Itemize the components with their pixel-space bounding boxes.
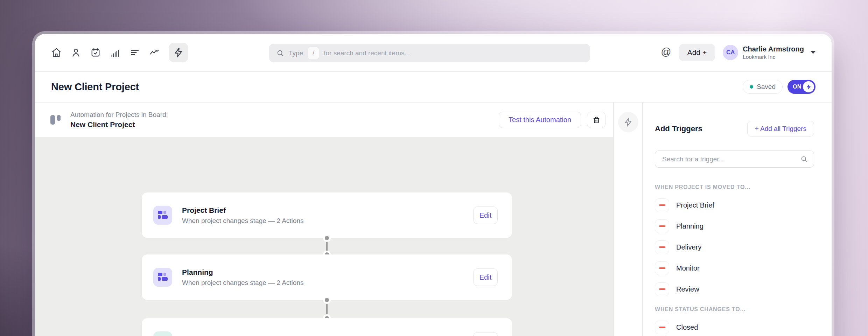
saved-badge: Saved [743,80,783,94]
remove-trigger-button[interactable] [655,321,669,334]
card-connector [325,236,329,257]
list-item: Project Brief [655,195,814,216]
user-menu[interactable]: CA Charlie Armstrong Lookmark Inc [723,45,816,60]
remove-trigger-button[interactable] [655,198,669,212]
bolt-icon[interactable] [169,43,188,62]
list-item: Closed [655,317,814,336]
card-subtitle: When project changes stage — 2 Actions [182,279,303,287]
user-name: Charlie Armstrong [743,45,804,54]
align-lines-icon[interactable] [130,47,140,58]
add-all-triggers-button[interactable]: + Add all Triggers [747,121,814,136]
card-connector [325,298,329,320]
trend-icon[interactable] [149,47,160,58]
automation-actions: Test this Automation [499,112,606,128]
title-row: New Client Project Saved ON [35,72,832,103]
edit-button[interactable]: Edit [473,206,498,224]
toggle-on-label: ON [793,84,802,90]
automation-header: Automation for Projects in Board: New Cl… [35,103,613,137]
list-item: Review [655,279,814,300]
test-automation-button[interactable]: Test this Automation [499,112,581,128]
minus-icon [659,204,665,206]
home-icon[interactable] [51,47,62,58]
triggers-sidebar: Add Triggers + Add all Triggers WHEN PRO… [643,103,832,336]
minus-icon [659,246,665,248]
automation-context-label: Automation for Projects in Board: [70,111,168,119]
trigger-list: Project Brief Planning Delivery Monitor … [655,195,814,300]
minus-icon [659,327,665,328]
check-icon [153,331,172,336]
card-texts: Planning When project changes stage — 2 … [182,268,303,287]
card-subtitle: When project changes stage — 2 Actions [182,217,303,225]
trigger-list: Closed [655,317,814,336]
search-icon [800,155,808,163]
trigger-search-input[interactable] [655,150,814,168]
global-search-input[interactable]: Type / for search and recent items... [269,44,590,62]
slash-key-badge: / [308,47,319,60]
trigger-search [655,150,814,168]
automation-bolt-button[interactable] [618,112,638,132]
trigger-label: Review [676,285,699,293]
automation-board-name: New Client Project [70,120,168,129]
main-area: Automation for Projects in Board: New Cl… [35,103,832,336]
user-icon[interactable] [71,47,81,58]
sidebar-title: Add Triggers [655,124,702,133]
list-item: Planning [655,216,814,237]
remove-trigger-button[interactable] [655,282,669,296]
saved-dot-icon [750,85,753,89]
edit-button[interactable]: Edit [473,268,498,286]
automation-card[interactable]: Planning When project changes stage — 2 … [142,254,512,300]
delete-automation-button[interactable] [587,112,606,128]
sidebar-header: Add Triggers + Add all Triggers [655,121,814,136]
automation-header-texts: Automation for Projects in Board: New Cl… [70,111,168,129]
bolt-icon [623,117,633,127]
calendar-check-icon[interactable] [90,47,101,58]
minus-icon [659,225,665,227]
edit-button[interactable]: Edit [473,332,498,336]
minus-icon [659,267,665,269]
kanban-icon [153,206,172,225]
section-header-status-changes: WHEN STATUS CHANGES TO... [655,306,814,313]
saved-label: Saved [757,83,776,91]
canvas-side-strip [613,103,643,336]
card-texts: Project Brief When project changes stage… [182,206,303,225]
topbar-right-group: @ Add + CA Charlie Armstrong Lookmark In… [661,44,816,61]
minus-icon [659,288,665,290]
nav-icon-group [51,43,188,62]
section-header-moved-to: WHEN PROJECT IS MOVED TO... [655,184,814,190]
user-texts: Charlie Armstrong Lookmark Inc [743,45,804,60]
bar-chart-icon[interactable] [110,47,120,58]
automation-content: Automation for Projects in Board: New Cl… [35,103,613,336]
trigger-label: Planning [676,222,704,230]
trigger-label: Monitor [676,264,700,272]
automation-on-toggle[interactable]: ON [788,80,816,94]
chevron-down-icon [811,51,816,54]
trash-icon [592,116,601,124]
trigger-label: Closed [676,323,698,331]
app-window: Type / for search and recent items... @ … [35,34,832,336]
remove-trigger-button[interactable] [655,219,669,233]
remove-trigger-button[interactable] [655,240,669,254]
search-placeholder-type: Type [289,49,303,57]
avatar: CA [723,45,738,60]
automation-card[interactable]: Closed Edit [142,318,512,336]
kanban-icon [153,268,172,287]
automation-canvas: Project Brief When project changes stage… [35,137,613,336]
user-org: Lookmark Inc [743,54,804,60]
title-right-group: Saved ON [743,80,816,94]
search-placeholder-rest: for search and recent items... [324,49,410,57]
add-button[interactable]: Add + [679,44,715,61]
list-item: Monitor [655,258,814,279]
list-item: Delivery [655,237,814,258]
remove-trigger-button[interactable] [655,261,669,275]
top-toolbar: Type / for search and recent items... @ … [35,34,832,72]
toggle-knob [803,81,814,92]
card-title: Planning [182,268,303,276]
board-icon [50,115,61,125]
automation-card[interactable]: Project Brief When project changes stage… [142,192,512,238]
mention-icon[interactable]: @ [661,47,671,58]
trigger-label: Project Brief [676,201,714,209]
trigger-label: Delivery [676,243,701,251]
search-icon [276,49,284,57]
bolt-icon [805,84,812,90]
card-title: Project Brief [182,206,303,215]
